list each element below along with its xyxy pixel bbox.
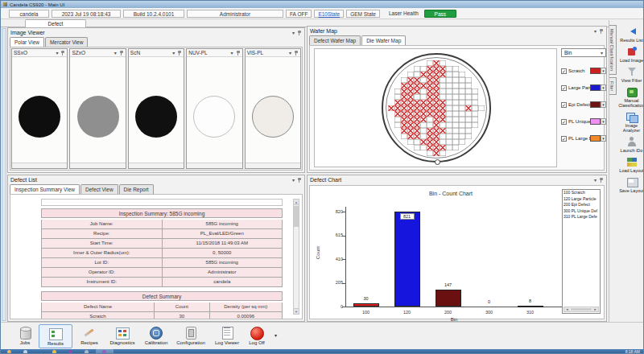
die-cell[interactable] — [420, 88, 427, 94]
defect-list-tab-die-report[interactable]: Die Report — [119, 184, 154, 194]
die-cell[interactable] — [440, 134, 446, 139]
nav-configuration[interactable]: Configuration — [174, 324, 208, 348]
die-cell[interactable] — [465, 117, 472, 122]
die-cell[interactable] — [440, 94, 446, 100]
defect-list-tab-defect-view[interactable]: Defect View — [80, 184, 118, 194]
die-cell[interactable] — [452, 88, 459, 94]
die-cell[interactable] — [459, 134, 465, 139]
pin-icon[interactable] — [297, 30, 302, 36]
die-cell[interactable] — [465, 134, 472, 139]
tool-launch-ido[interactable]: Launch iDo — [617, 137, 644, 153]
die-cell[interactable] — [446, 88, 452, 94]
defect-list-tab-inspection-summary-view[interactable]: Inspection Summary View — [10, 184, 80, 194]
die-cell[interactable] — [433, 145, 440, 150]
die-cell[interactable] — [420, 117, 427, 122]
die-cell[interactable] — [414, 83, 420, 88]
die-cell[interactable] — [414, 100, 420, 105]
die-cell[interactable] — [472, 94, 478, 100]
die-cell[interactable] — [420, 83, 427, 88]
die-cell[interactable] — [420, 128, 427, 134]
die-cell[interactable] — [452, 134, 459, 139]
die-cell[interactable] — [452, 83, 459, 88]
die-cell[interactable] — [414, 117, 420, 122]
wafer-image-area[interactable] — [70, 57, 125, 163]
die-cell[interactable] — [427, 88, 433, 94]
taskbar-app-icon[interactable] — [102, 350, 106, 354]
die-cell[interactable] — [407, 83, 414, 88]
die-cell[interactable] — [446, 72, 452, 77]
die-cell[interactable] — [420, 72, 427, 77]
image-viewer-tab-polar-view[interactable]: Polar View — [10, 37, 44, 47]
die-cell[interactable] — [452, 122, 459, 128]
nav-calibration[interactable]: Calibration — [139, 324, 173, 348]
die-cell[interactable] — [452, 105, 459, 111]
die-cell[interactable] — [407, 122, 414, 128]
die-cell[interactable] — [388, 105, 394, 111]
color-swatch[interactable] — [590, 101, 601, 108]
die-cell[interactable] — [420, 111, 427, 117]
die-cell[interactable] — [433, 117, 440, 122]
more-options-icon[interactable]: ▾ — [275, 332, 277, 338]
die-cell[interactable] — [446, 94, 452, 100]
die-cell[interactable] — [427, 117, 433, 122]
die-cell[interactable] — [394, 105, 401, 111]
die-cell[interactable] — [433, 94, 440, 100]
die-cell[interactable] — [433, 83, 440, 88]
die-cell[interactable] — [472, 111, 478, 117]
die-cell[interactable] — [401, 94, 407, 100]
die-cell[interactable] — [446, 111, 452, 117]
die-cell[interactable] — [407, 105, 414, 111]
die-cell[interactable] — [427, 105, 433, 111]
wafer-map-canvas[interactable] — [314, 48, 557, 167]
color-swatch[interactable] — [590, 84, 601, 91]
die-cell[interactable] — [433, 60, 440, 66]
die-cell[interactable] — [440, 111, 446, 117]
die-cell[interactable] — [433, 150, 440, 156]
color-swatch[interactable] — [590, 135, 601, 142]
die-cell[interactable] — [407, 94, 414, 100]
die-cell[interactable] — [407, 100, 414, 105]
die-cell[interactable] — [446, 134, 452, 139]
color-swatch[interactable] — [590, 118, 601, 125]
tool-load-image[interactable]: Load Image — [617, 47, 644, 63]
image-viewer-tab-mercator-view[interactable]: Mercator View — [45, 37, 88, 47]
die-cell[interactable] — [420, 77, 427, 83]
wafer-image-area[interactable] — [246, 57, 300, 163]
die-cell[interactable] — [414, 77, 420, 83]
die-cell[interactable] — [440, 139, 446, 145]
die-cell[interactable] — [452, 77, 459, 83]
die-cell[interactable] — [440, 117, 446, 122]
die-cell[interactable] — [459, 72, 465, 77]
die-cell[interactable] — [420, 94, 427, 100]
nav-results[interactable]: Results — [39, 324, 72, 348]
die-cell[interactable] — [459, 77, 465, 83]
die-cell[interactable] — [401, 111, 407, 117]
taskbar-app-icon[interactable] — [85, 350, 89, 354]
color-dropdown-icon[interactable]: ▾ — [601, 101, 606, 108]
bin-dropdown[interactable]: Bin ▾ — [561, 48, 606, 57]
chevron-down-icon[interactable]: ▾ — [114, 50, 117, 56]
die-cell[interactable] — [446, 117, 452, 122]
chevron-down-icon[interactable]: ▾ — [289, 50, 291, 56]
die-cell[interactable] — [452, 145, 459, 150]
die-cell[interactable] — [401, 117, 407, 122]
window-titlebar[interactable]: Candela CS920 - Main UI — [1, 1, 644, 8]
die-cell[interactable] — [401, 100, 407, 105]
die-cell[interactable] — [465, 122, 472, 128]
die-cell[interactable] — [472, 105, 478, 111]
die-cell[interactable] — [452, 111, 459, 117]
die-cell[interactable] — [414, 88, 420, 94]
die-cell[interactable] — [433, 105, 440, 111]
nav-recipes[interactable]: Recipes — [72, 324, 106, 348]
die-cell[interactable] — [427, 100, 433, 105]
filter-checkbox[interactable]: ✓ — [561, 102, 567, 108]
tool-image-analyzer[interactable]: Image Analyzer — [617, 112, 644, 133]
scroll-left-icon[interactable]: ◄ — [564, 307, 570, 311]
die-cell[interactable] — [452, 128, 459, 134]
side-tab-filter[interactable]: Filter — [609, 77, 617, 95]
die-cell[interactable] — [452, 72, 459, 77]
die-cell[interactable] — [459, 122, 465, 128]
die-cell[interactable] — [446, 122, 452, 128]
filter-checkbox[interactable]: ✓ — [561, 119, 567, 125]
die-cell[interactable] — [420, 105, 427, 111]
